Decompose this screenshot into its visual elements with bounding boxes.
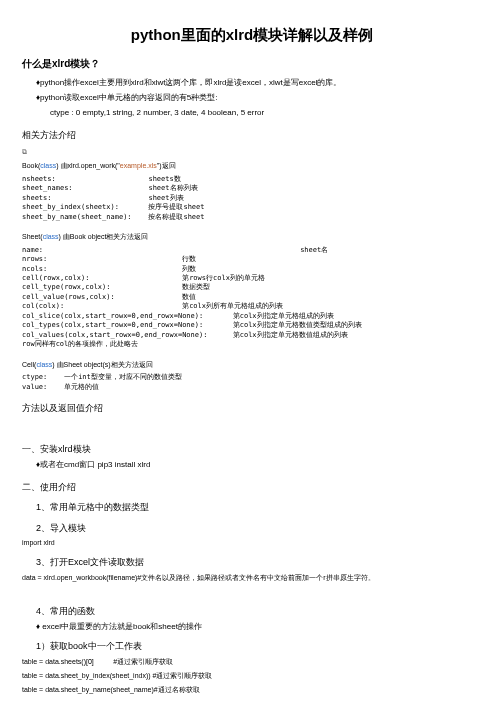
book-sheet-note: ♦ excel中最重要的方法就是book和sheet的操作: [36, 621, 482, 632]
text: Cell(: [22, 361, 36, 368]
text: Sheet(: [22, 233, 43, 240]
bullet-intro-1: ♦python操作excel主要用到xlrd和xlwt这两个库，即xlrd是读e…: [36, 77, 482, 88]
sheet-class-line: Sheet(class) 由Book object相关方法返回: [22, 232, 482, 242]
class-keyword: class: [36, 361, 52, 368]
class-keyword: class: [43, 233, 59, 240]
heading-what-is: 什么是xlrd模块？: [22, 57, 482, 71]
text: ")返回: [157, 162, 176, 169]
string-literal: example.xls: [120, 162, 157, 169]
table-code-1: table = data.sheets()[0] #通过索引顺序获取: [22, 657, 482, 667]
item-data-types: 1、常用单元格中的数据类型: [36, 501, 482, 514]
sheet-methods-block: name: sheet名 nrows: 行数 ncols: 列数 cell(ro…: [22, 246, 482, 350]
text: ) 由Sheet object(s)相关方法返回: [52, 361, 152, 368]
heading-methods: 相关方法介绍: [22, 129, 482, 142]
heading-usage: 方法以及返回值介绍: [22, 402, 482, 415]
book-class-line: Book(class) 由xlrd.open_work("example.xls…: [22, 161, 482, 171]
page-title: python里面的xlrd模块详解以及样例: [22, 24, 482, 45]
text: ) 由Book object相关方法返回: [59, 233, 149, 240]
collapse-icon: ⧉: [22, 147, 482, 157]
import-code: import xlrd: [22, 538, 482, 548]
bullet-intro-2: ♦python读取excel中单元格的内容返回的有5种类型:: [36, 92, 482, 103]
open-workbook-code: data = xlrd.open_workbook(filename)#文件名以…: [22, 573, 482, 583]
ctype-list: ctype : 0 empty,1 string, 2 number, 3 da…: [50, 107, 482, 118]
item-open-file: 3、打开Excel文件读取数据: [36, 556, 482, 569]
cell-methods-block: ctype: 一个int型变量，对应不同的数值类型 value: 单元格的值: [22, 373, 482, 392]
class-keyword: class: [40, 162, 56, 169]
book-methods-block: nsheets: sheets数 sheet_names: sheet名称列表 …: [22, 175, 482, 222]
section-install: 一、安装xlrd模块: [22, 443, 482, 456]
cell-class-line: Cell(class) 由Sheet object(s)相关方法返回: [22, 360, 482, 370]
item-common-funcs: 4、常用的函数: [36, 605, 482, 618]
text: Book(: [22, 162, 40, 169]
install-cmd: ♦或者在cmd窗口 pip3 install xlrd: [36, 459, 482, 470]
item-get-sheet: 1）获取book中一个工作表: [36, 640, 482, 653]
item-import: 2、导入模块: [36, 522, 482, 535]
section-usage: 二、使用介绍: [22, 481, 482, 494]
table-code-2: table = data.sheet_by_index(sheet_indx))…: [22, 671, 482, 681]
table-code-3: table = data.sheet_by_name(sheet_name)#通…: [22, 685, 482, 695]
text: ) 由xlrd.open_work(": [56, 162, 120, 169]
